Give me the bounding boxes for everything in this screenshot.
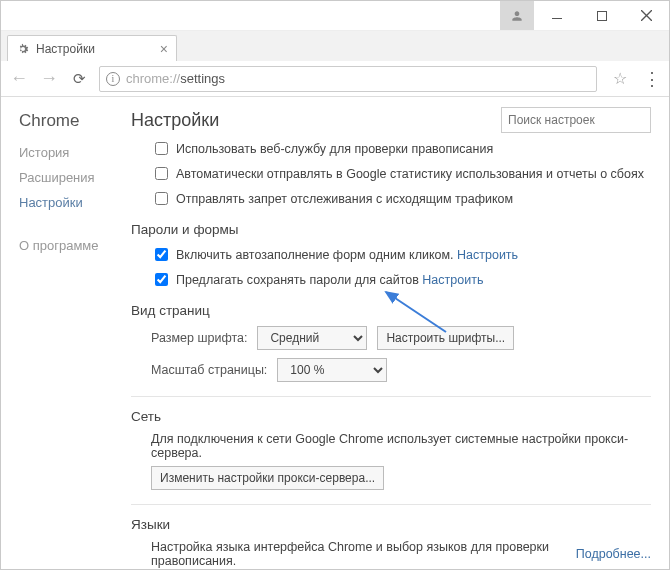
checkbox-save-passwords[interactable] bbox=[155, 273, 168, 286]
page-zoom-select[interactable]: 100 % bbox=[277, 358, 387, 382]
nav-back-button[interactable]: ← bbox=[9, 68, 29, 89]
tab-strip: Настройки × bbox=[1, 31, 669, 61]
section-heading: Сеть bbox=[131, 409, 651, 424]
checkbox-label: Автоматически отправлять в Google статис… bbox=[176, 167, 644, 181]
languages-more-link[interactable]: Подробнее... bbox=[576, 547, 651, 561]
checkbox-label: Включить автозаполнение форм одним клико… bbox=[176, 248, 454, 262]
window-titlebar bbox=[1, 1, 669, 31]
site-info-icon[interactable]: i bbox=[106, 72, 120, 86]
checkbox-label: Использовать веб-службу для проверки пра… bbox=[176, 142, 493, 156]
section-top-partial: Использовать веб-службу для проверки пра… bbox=[131, 139, 651, 208]
section-heading: Языки bbox=[131, 517, 651, 532]
checkbox-label: Предлагать сохранять пароли для сайтов bbox=[176, 273, 419, 287]
page-title: Настройки bbox=[131, 110, 501, 131]
checkbox-do-not-track[interactable] bbox=[155, 192, 168, 205]
content-area: Chrome История Расширения Настройки О пр… bbox=[1, 97, 669, 569]
url-scheme: chrome:// bbox=[126, 71, 180, 86]
section-heading: Пароли и формы bbox=[131, 222, 651, 237]
section-heading: Вид страниц bbox=[131, 303, 651, 318]
tab-close-icon[interactable]: × bbox=[160, 42, 168, 56]
network-description: Для подключения к сети Google Chrome исп… bbox=[151, 432, 651, 460]
section-passwords: Пароли и формы Включить автозаполнение ф… bbox=[131, 222, 651, 289]
sidebar-item-settings[interactable]: Настройки bbox=[19, 195, 121, 210]
bookmark-star-icon[interactable]: ☆ bbox=[613, 69, 627, 88]
checkbox-usage-stats[interactable] bbox=[155, 167, 168, 180]
settings-search-input[interactable] bbox=[501, 107, 651, 133]
nav-forward-button[interactable]: → bbox=[39, 68, 59, 89]
window-maximize-button[interactable] bbox=[579, 1, 624, 30]
sidebar-item-history[interactable]: История bbox=[19, 145, 121, 160]
browser-toolbar: ← → ⟳ i chrome://settings ☆ ⋮ bbox=[1, 61, 669, 97]
sidebar: Chrome История Расширения Настройки О пр… bbox=[1, 97, 121, 569]
customize-fonts-button[interactable]: Настроить шрифты... bbox=[377, 326, 514, 350]
passwords-configure-link[interactable]: Настроить bbox=[422, 273, 483, 287]
address-bar[interactable]: i chrome://settings bbox=[99, 66, 597, 92]
checkbox-spellcheck-service[interactable] bbox=[155, 142, 168, 155]
reload-button[interactable]: ⟳ bbox=[69, 70, 89, 88]
section-network: Сеть Для подключения к сети Google Chrom… bbox=[131, 409, 651, 490]
section-languages: Языки Настройка языка интерфейса Chrome … bbox=[131, 517, 651, 569]
window-close-button[interactable] bbox=[624, 1, 669, 30]
checkbox-autofill[interactable] bbox=[155, 248, 168, 261]
languages-description: Настройка языка интерфейса Chrome и выбо… bbox=[151, 540, 651, 568]
proxy-settings-button[interactable]: Изменить настройки прокси-сервера... bbox=[151, 466, 384, 490]
autofill-configure-link[interactable]: Настроить bbox=[457, 248, 518, 262]
page-zoom-label: Масштаб страницы: bbox=[151, 363, 267, 377]
tab-settings[interactable]: Настройки × bbox=[7, 35, 177, 61]
tab-title: Настройки bbox=[36, 42, 95, 56]
font-size-label: Размер шрифта: bbox=[151, 331, 247, 345]
sidebar-brand: Chrome bbox=[19, 111, 121, 131]
section-page-view: Вид страниц Размер шрифта: Средний Настр… bbox=[131, 303, 651, 382]
window-minimize-button[interactable] bbox=[534, 1, 579, 30]
profile-avatar-button[interactable] bbox=[500, 1, 534, 30]
sidebar-item-about[interactable]: О программе bbox=[19, 238, 121, 253]
gear-icon bbox=[16, 42, 30, 56]
sidebar-item-extensions[interactable]: Расширения bbox=[19, 170, 121, 185]
overflow-menu-button[interactable]: ⋮ bbox=[643, 68, 661, 90]
font-size-select[interactable]: Средний bbox=[257, 326, 367, 350]
url-path: settings bbox=[180, 71, 225, 86]
checkbox-label: Отправлять запрет отслеживания с исходящ… bbox=[176, 192, 513, 206]
main-panel: Настройки Использовать веб-службу для пр… bbox=[121, 97, 669, 569]
